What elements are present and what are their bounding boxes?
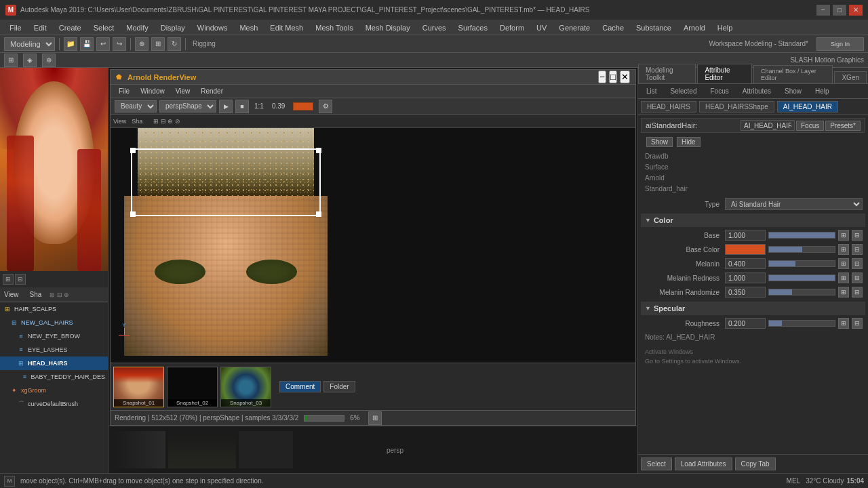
base-color-extra[interactable]: ⊟ [852,244,863,255]
roughness-extra[interactable]: ⊟ [852,318,863,329]
outliner-xggroom[interactable]: ✦ xgGroom [0,384,108,397]
menu-select[interactable]: Select [88,22,120,33]
outliner-baby-teddy[interactable]: ≡ BABY_TEDDY_HAIR_DES [0,370,108,384]
sign-in-btn[interactable]: Sign In [816,37,864,51]
rb-btn1[interactable]: ⊞ [4,54,18,67]
outliner-new-eye-brow[interactable]: ≡ NEW_EYE_BROW [0,329,108,343]
roughness-link[interactable]: ⊞ [838,318,849,329]
hide-btn[interactable]: Hide [677,137,701,147]
node-tab-head-hairs[interactable]: HEAD_HAIRS [641,101,696,113]
maximize-button[interactable]: □ [833,5,846,16]
menu-cache[interactable]: Cache [597,22,629,33]
rv-file-menu[interactable]: File [115,87,134,96]
subtab-focus[interactable]: Focus [705,86,734,96]
rv-settings-btn[interactable]: ⚙ [319,100,332,113]
close-button[interactable]: ✕ [849,5,863,16]
melanin-rand-input[interactable] [725,287,766,298]
outliner-new-gal-hairs[interactable]: ⊞ NEW_GAL_HAIRS [0,316,108,329]
undo-btn[interactable]: ↩ [96,37,110,51]
rv-render-menu[interactable]: Render [197,87,227,96]
menu-arnold[interactable]: Arnold [678,22,711,33]
rv-close-btn[interactable]: ✕ [620,70,630,83]
view-label[interactable]: View [113,118,126,125]
outliner-curve-default[interactable]: ⌒ curveDefaultBrush [0,397,108,411]
color-section-header[interactable]: ▼ Color [641,214,865,227]
tab-channel-box[interactable]: Channel Box / Layer Editor [753,65,833,83]
node-tab-head-hairs-shape[interactable]: HEAD_HAIRSShape [699,101,774,113]
subtab-help[interactable]: Help [810,86,835,96]
snapshot-03-thumb[interactable]: Snapshot_03 [220,367,271,407]
type-dropdown[interactable]: Ai Standard Hair [725,198,863,210]
snapshot-02-thumb[interactable]: Snapshot_02 [167,367,218,407]
presets-btn[interactable]: Presets* [825,121,861,131]
focus-btn[interactable]: Focus [796,121,824,131]
menu-file[interactable]: File [4,22,27,33]
specular-section-header[interactable]: ▼ Specular [641,302,865,315]
subtab-list[interactable]: List [641,86,663,96]
melanin-slider[interactable] [768,260,835,267]
mode-dropdown[interactable]: Modeling [4,37,55,51]
outliner-eye-lashes[interactable]: ≡ EYE_LASHES [0,343,108,357]
comment-tab[interactable]: Comment [279,381,321,392]
std-hair-input[interactable] [741,120,795,131]
menu-mesh-tools[interactable]: Mesh Tools [310,22,358,33]
menu-help[interactable]: Help [712,22,738,33]
melanin-redness-slider[interactable] [768,274,835,281]
roughness-slider[interactable] [768,320,835,327]
menu-create[interactable]: Create [54,22,87,33]
menu-deform[interactable]: Deform [494,22,530,33]
melanin-rand-slider[interactable] [768,289,835,296]
melanin-extra[interactable]: ⊟ [852,258,863,269]
base-input[interactable] [725,230,766,241]
outliner-sha-tab[interactable]: Sha [30,291,42,298]
melanin-rand-extra[interactable]: ⊟ [852,287,863,298]
outliner-head-hairs[interactable]: ⊞ HEAD_HAIRS [0,357,108,370]
rv-view-menu[interactable]: View [172,87,195,96]
sha-label[interactable]: Sha [132,118,142,125]
menu-curves[interactable]: Curves [417,22,452,33]
melanin-redness-input[interactable] [725,272,766,283]
menu-generate[interactable]: Generate [553,22,595,33]
roughness-input[interactable] [725,318,766,329]
node-tab-ai-head-hair[interactable]: AI_HEAD_HAIR [777,101,838,113]
select-btn[interactable]: Select [641,458,672,470]
melanin-redness-extra[interactable]: ⊟ [852,272,863,283]
menu-uv[interactable]: UV [531,22,552,33]
menu-edit[interactable]: Edit [28,22,52,33]
base-link-btn[interactable]: ⊞ [838,230,849,241]
redo-btn[interactable]: ↪ [113,37,126,51]
tab-xgen[interactable]: XGen [834,71,867,83]
beauty-dropdown[interactable]: Beauty [115,100,157,113]
load-attr-btn[interactable]: Load Attributes [675,458,732,470]
menu-windows[interactable]: Windows [192,22,233,33]
outliner-view-tab[interactable]: View [4,291,19,298]
base-slider[interactable] [768,232,835,239]
menu-edit-mesh[interactable]: Edit Mesh [264,22,309,33]
base-extra-btn[interactable]: ⊟ [852,230,863,241]
base-color-swatch[interactable] [725,244,766,255]
rv-minimize-btn[interactable]: − [598,70,606,83]
base-color-slider[interactable] [768,246,835,253]
menu-mesh-display[interactable]: Mesh Display [360,22,416,33]
melanin-redness-link[interactable]: ⊞ [838,272,849,283]
copy-tab-btn[interactable]: Copy Tab [735,458,776,470]
outliner-hair-scalps[interactable]: ⊞ HAIR_SCALPS [0,302,108,316]
menu-mesh[interactable]: Mesh [234,22,263,33]
rv-play-btn[interactable]: ▶ [219,100,233,113]
camera-dropdown[interactable]: perspShape [159,100,216,113]
select-btn[interactable]: ⊕ [135,37,149,51]
save-btn[interactable]: 💾 [80,37,94,51]
melanin-rand-link[interactable]: ⊞ [838,287,849,298]
subtab-show[interactable]: Show [779,86,807,96]
open-btn[interactable]: 📁 [64,37,77,51]
rv-window-menu[interactable]: Window [136,87,169,96]
rb-btn2[interactable]: ◈ [23,54,37,67]
menu-substance[interactable]: Substance [631,22,677,33]
subtab-attributes[interactable]: Attributes [737,86,776,96]
icon-grid[interactable]: ⊟ [15,274,26,285]
menu-surfaces[interactable]: Surfaces [453,22,493,33]
minimize-button[interactable]: − [816,5,830,16]
melanin-input[interactable] [725,258,766,269]
snapshot-01-thumb[interactable]: Snapshot_01 [113,367,164,407]
rotate-btn[interactable]: ↻ [167,37,181,51]
